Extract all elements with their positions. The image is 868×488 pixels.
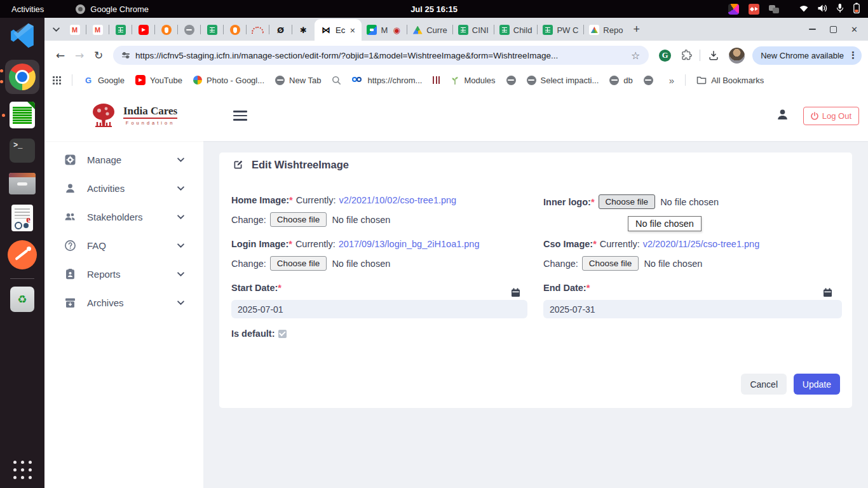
bookmark-red-text[interactable] [433,76,440,84]
home-image-current-link[interactable]: v2/2021/10/02/cso-tree1.png [339,195,457,205]
trash-dock-icon[interactable]: ♻ [10,287,34,312]
login-image-current-link[interactable]: 2017/09/13/login_bg_2iH1oa1.png [339,239,480,249]
close-icon[interactable] [851,24,858,35]
user-icon[interactable] [776,108,789,124]
chat-icon[interactable] [769,5,779,13]
libreoffice-calc-dock-icon[interactable] [10,102,35,128]
pinned-tab-swiggy[interactable] [155,19,177,41]
reload-button[interactable]: ↻ [89,46,108,65]
pinned-tab-sheets[interactable] [201,19,223,41]
forward-button[interactable]: → [70,46,89,65]
tab-close-icon[interactable] [349,25,355,35]
sidebar-item-activities[interactable]: Activities [44,174,203,203]
microphone-icon[interactable] [836,3,844,15]
minimize-icon[interactable] [809,29,816,30]
calendar-icon[interactable] [511,288,520,297]
sidebar-item-faq[interactable]: FAQ [44,231,203,260]
bookmark-modules[interactable]: Modules [451,76,495,85]
volume-icon[interactable] [817,4,827,15]
restore-icon[interactable] [830,26,837,33]
bookmark-star-icon[interactable]: ☆ [631,50,640,62]
vscode-dock-icon[interactable] [8,22,36,52]
focused-app-menu[interactable]: Google Chrome [76,4,149,14]
apps-grid-icon[interactable] [52,76,61,85]
chrome-update-pill[interactable]: New Chrome available [752,46,862,65]
tab-child[interactable]: Child [494,19,538,41]
gear-square-icon [64,154,76,166]
tab-meet[interactable]: M [362,19,407,41]
bookmark-new-tab[interactable]: New Tab [275,76,321,85]
browser-menu-icon[interactable] [848,50,858,61]
bookmark-search[interactable] [332,76,341,85]
wifi-icon[interactable] [799,4,809,14]
gmail-icon [93,25,103,35]
grammarly-extension-icon[interactable]: G [659,50,671,62]
activities-button[interactable]: Activities [11,4,44,14]
extensions-puzzle-icon[interactable] [681,50,692,61]
login-image-choose-file-button[interactable]: Choose file [270,256,327,271]
document-viewer-dock-icon[interactable] [11,205,33,231]
sidebar-item-archives[interactable]: Archives [44,288,203,317]
bookmark-globe[interactable] [506,76,516,85]
is-default-checkbox[interactable] [278,330,287,338]
bookmark-globe[interactable] [644,76,653,85]
pinned-tab-swiggy[interactable] [224,19,246,41]
pinned-tab-slashed[interactable] [269,19,292,41]
sidebar-item-reports[interactable]: Reports [44,260,203,288]
back-button[interactable]: ← [51,46,70,65]
downloads-icon[interactable] [708,50,719,61]
pinned-tab-gmail[interactable] [86,19,109,41]
pinned-tab-globe[interactable] [178,19,200,41]
workspace-cube-icon[interactable] [728,4,739,15]
bookmark-db[interactable]: db [609,76,632,85]
system-top-bar: Activities Google Chrome Jul 25 16:15 [0,0,868,18]
start-date-input[interactable] [231,300,527,318]
bookmark-google[interactable]: Google [83,75,125,85]
screenshare-icon[interactable] [749,4,759,15]
clock[interactable]: Jul 25 16:15 [410,4,458,14]
site-settings-icon[interactable] [122,53,130,58]
terminal-dock-icon[interactable]: >_ [10,139,35,163]
tab-repo[interactable]: Repo [584,19,628,41]
profile-avatar[interactable] [729,48,745,64]
pinned-tab-arc[interactable] [247,19,269,41]
bookmark-photos[interactable]: Photo - Googl... [193,76,264,85]
bookmark-select-impact[interactable]: Select impacti... [527,76,599,85]
update-button[interactable]: Update [794,374,840,395]
active-tab[interactable]: Ec [315,19,362,41]
cso-image-choose-file-button[interactable]: Choose file [582,256,639,271]
chrome-dock-icon[interactable] [5,60,39,94]
postman-dock-icon[interactable] [8,240,37,269]
address-bar[interactable]: https://icfnv5-staging.icfn.in/manage-se… [113,46,649,65]
sidebar-item-stakeholders[interactable]: Stakeholders [44,203,203,231]
tab-pw[interactable]: PW C [538,19,583,41]
cso-image-current-link[interactable]: v2/2020/11/25/cso-tree1.png [643,239,760,249]
pinned-tab-youtube[interactable] [132,19,154,41]
new-tab-button[interactable]: + [633,23,640,36]
bookmark-youtube[interactable]: YouTube [135,75,182,85]
brand-logo[interactable]: India Cares Foundation [89,102,177,130]
pinned-tab-gmail[interactable] [64,19,86,41]
files-dock-icon[interactable] [9,173,36,194]
system-tray[interactable] [728,3,860,15]
inner-logo-choose-file-button[interactable]: Choose file [599,194,656,209]
bookmarks-overflow-button[interactable]: » [669,75,674,86]
tab-drive[interactable]: Curre [407,19,452,41]
cancel-button[interactable]: Cancel [741,374,787,395]
calendar-icon[interactable] [823,288,832,297]
end-date-input[interactable] [543,300,842,318]
sidebar-item-manage[interactable]: Manage [44,146,203,174]
bookmark-chrom[interactable]: https://chrom... [352,76,422,85]
home-image-choose-file-button[interactable]: Choose file [270,212,327,227]
show-applications-button[interactable] [13,461,32,479]
battery-low-icon[interactable] [853,3,860,15]
pinned-tab-spiral[interactable] [292,19,315,41]
url-text[interactable]: https://icfnv5-staging.icfn.in/manage-se… [135,51,625,60]
sheets-icon [458,25,468,35]
sidebar-toggle-button[interactable] [233,111,247,121]
all-bookmarks-button[interactable]: All Bookmarks [696,76,764,85]
tab-cini[interactable]: CINI [453,19,494,41]
pinned-tab-sheets[interactable] [109,19,132,41]
logout-button[interactable]: Log Out [803,107,859,125]
tab-search-button[interactable] [48,22,64,37]
